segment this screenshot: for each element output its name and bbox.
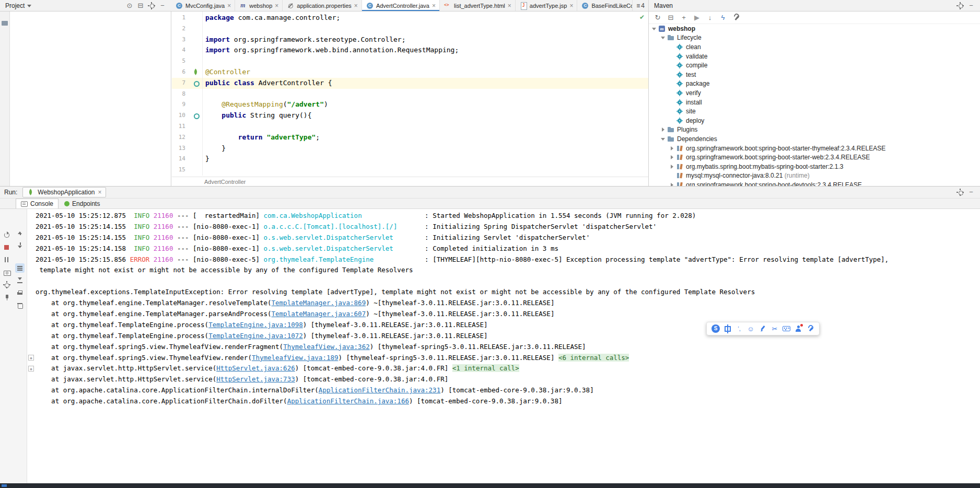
run-icon[interactable]: ▶ [692, 13, 702, 22]
editor-tab-advertcontroller-java[interactable]: AdvertController.java× [362, 0, 440, 11]
clear-icon[interactable] [15, 301, 25, 310]
settings-icon[interactable] [955, 188, 965, 197]
close-tab-icon[interactable]: × [227, 2, 231, 9]
editor-tab-list-adverttype-html[interactable]: list_advertType.html× [440, 0, 516, 11]
stacktrace-link[interactable]: HttpServlet.java:626 [216, 364, 295, 372]
stacktrace-link[interactable]: TemplateManager.java:869 [272, 299, 366, 307]
maven-item-plugins[interactable]: Plugins [649, 125, 980, 135]
maven-item-verify[interactable]: verify [649, 88, 980, 98]
taskbar-app-icon[interactable] [2, 484, 7, 487]
wrench-icon[interactable] [731, 13, 741, 22]
softwrap-icon[interactable] [15, 263, 25, 273]
pin-icon[interactable] [2, 293, 11, 302]
keyboard-icon[interactable] [783, 324, 790, 333]
maven-item-test[interactable]: test [649, 70, 980, 79]
project-tree[interactable] [10, 11, 171, 186]
fold-toggle-icon[interactable]: + [28, 355, 34, 361]
up-icon[interactable] [15, 228, 25, 237]
maven-item-compile[interactable]: compile [649, 61, 980, 70]
refresh-icon[interactable]: ↻ [653, 13, 662, 22]
stacktrace-link[interactable]: ApplicationFilterChain.java:166 [287, 397, 409, 405]
print-icon[interactable] [15, 288, 25, 298]
settings-icon[interactable] [147, 1, 156, 10]
collapse-all-icon[interactable]: ⊟ [136, 1, 145, 10]
zhong-icon[interactable] [724, 324, 731, 333]
close-icon[interactable]: × [98, 189, 102, 196]
chevron-down-icon[interactable] [660, 135, 667, 142]
maven-item-org-springframework-boot-spring-boot-devtools-2-3-4-release[interactable]: org.springframework.boot:spring-boot-dev… [649, 180, 980, 186]
chevron-right-icon[interactable] [669, 154, 675, 161]
chevron-down-icon[interactable] [651, 25, 658, 32]
close-tab-icon[interactable]: × [275, 2, 278, 9]
ime-toolbar[interactable]: S’,☺✂ [706, 322, 820, 335]
settings-icon[interactable] [955, 1, 965, 10]
locate-icon[interactable]: ⊙ [125, 1, 134, 10]
scrollend-icon[interactable] [15, 276, 25, 285]
hide-icon[interactable]: − [966, 188, 976, 197]
maven-item-org-mybatis-spring-boot-mybatis-spring-boot-starter-2-1-3[interactable]: org.mybatis.spring.boot:mybatis-spring-b… [649, 162, 980, 171]
stacktrace-link[interactable]: TemplateManager.java:607 [272, 310, 366, 318]
maven-item-webshop[interactable]: webshop [649, 24, 980, 33]
editor-tab-webshop[interactable]: webshop× [235, 0, 283, 11]
stacktrace-link[interactable]: TemplateEngine.java:1072 [208, 332, 303, 340]
settings-icon[interactable] [2, 280, 11, 289]
tab-endpoints[interactable]: Endpoints [60, 199, 104, 208]
chevron-right-icon[interactable] [669, 145, 675, 152]
plus-icon[interactable]: + [679, 13, 689, 22]
maven-item-install[interactable]: install [649, 98, 980, 107]
scissors-icon[interactable]: ✂ [771, 324, 778, 333]
smiley-icon[interactable]: ☺ [747, 324, 754, 333]
maven-item-deploy[interactable]: deploy [649, 116, 980, 125]
wrench-icon[interactable] [806, 324, 814, 333]
editor[interactable]: 1package com.ca.manage.controller;23impo… [172, 11, 648, 186]
maven-item-validate[interactable]: validate [649, 52, 980, 61]
code-area[interactable]: 1package com.ca.manage.controller;23impo… [172, 11, 648, 176]
skip-tests-icon[interactable]: ϟ [718, 13, 728, 22]
chevron-right-icon[interactable] [669, 181, 675, 186]
stacktrace-link[interactable]: ThymeleafView.java:189 [252, 354, 339, 362]
close-tab-icon[interactable]: × [354, 2, 358, 9]
inspections-ok-icon[interactable]: ✔ [639, 14, 645, 21]
camera-icon[interactable] [2, 268, 11, 277]
console-output[interactable]: 2021-05-10 15:25:12.875 INFO 21160 --- [… [27, 209, 980, 483]
maven-item-lifecycle[interactable]: Lifecycle [649, 33, 980, 43]
maven-item-mysql-mysql-connector-java-8-0-21[interactable]: mysql:mysql-connector-java:8.0.21 (runti… [649, 171, 980, 181]
stop-icon[interactable] [2, 242, 11, 252]
stacktrace-link[interactable]: ApplicationFilterChain.java:231 [319, 386, 440, 394]
project-toolwindow-icon[interactable] [2, 21, 8, 26]
maven-item-clean[interactable]: clean [649, 42, 980, 52]
close-tab-icon[interactable]: × [432, 2, 436, 9]
stacktrace-link[interactable]: TemplateEngine.java:1098 [208, 321, 303, 329]
stacktrace-link[interactable]: ThymeleafView.java:362 [283, 343, 370, 351]
close-tab-icon[interactable]: × [508, 2, 511, 9]
editor-tab-mvcconfig-java[interactable]: MvcConfig.java× [171, 0, 235, 11]
run-tab-webshopapplication[interactable]: WebshopApplication × [22, 187, 106, 197]
pause-icon[interactable] [2, 255, 11, 264]
download-icon[interactable]: ↓ [705, 13, 715, 22]
maven-item-site[interactable]: site [649, 107, 980, 116]
chevron-down-icon[interactable] [27, 5, 31, 9]
hidden-tabs-button[interactable]: ≡4 [632, 0, 648, 11]
down-icon[interactable] [15, 240, 25, 250]
fold-toggle-icon[interactable]: + [28, 366, 34, 371]
chevron-right-icon[interactable] [660, 126, 667, 133]
person-icon[interactable] [795, 324, 802, 333]
chevron-right-icon[interactable] [669, 163, 675, 170]
sogou-logo-icon[interactable]: S [711, 324, 720, 333]
breadcrumb[interactable]: AdvertController [204, 179, 246, 185]
chevron-down-icon[interactable] [660, 34, 667, 41]
editor-tab-adverttype-jsp[interactable]: advertType.jsp× [516, 0, 578, 11]
pencil-icon[interactable] [759, 324, 767, 333]
close-tab-icon[interactable]: × [569, 2, 573, 9]
maven-item-dependencies[interactable]: Dependencies [649, 134, 980, 144]
collapse-all-icon[interactable]: ⊟ [666, 13, 675, 22]
project-panel-title[interactable]: Project [5, 2, 25, 9]
hide-icon[interactable]: − [158, 1, 167, 10]
stacktrace-link[interactable]: HttpServlet.java:733 [216, 375, 295, 383]
maven-item-package[interactable]: package [649, 79, 980, 89]
editor-tab-application-properties[interactable]: application.properties× [283, 0, 362, 11]
punct-icon[interactable]: ’, [736, 324, 743, 333]
tab-console[interactable]: Console [16, 199, 59, 208]
rerun-icon[interactable] [2, 230, 11, 239]
maven-item-org-springframework-boot-spring-boot-starter-thymeleaf-2-3-4-release[interactable]: org.springframework.boot:spring-boot-sta… [649, 144, 980, 153]
